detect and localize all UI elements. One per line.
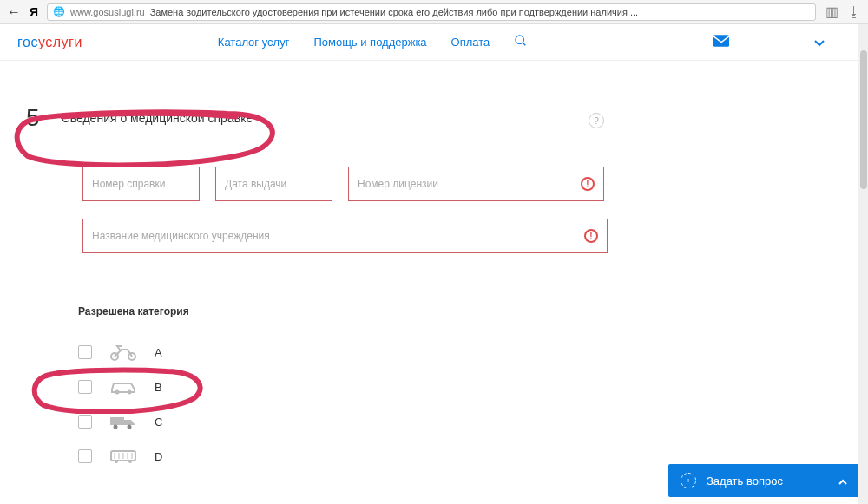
category-row-a: A <box>78 335 851 370</box>
svg-point-8 <box>114 425 118 429</box>
svg-point-0 <box>516 36 523 43</box>
checkbox-c[interactable] <box>78 415 92 429</box>
chevron-up-icon <box>838 475 847 488</box>
svg-rect-7 <box>110 417 124 425</box>
checkbox-d[interactable] <box>78 449 92 463</box>
category-label-b: B <box>155 381 181 394</box>
categories-label: Разрешена категория <box>78 305 851 317</box>
nav-payment[interactable]: Оплата <box>451 36 490 49</box>
svg-line-1 <box>523 43 525 45</box>
categories-list: A B C D <box>78 335 851 474</box>
ask-question-button[interactable]: ⦂ Задать вопрос <box>668 464 859 497</box>
help-icon[interactable]: ? <box>589 113 604 128</box>
vertical-scrollbar[interactable] <box>858 24 868 504</box>
svg-rect-2 <box>713 35 729 47</box>
svg-point-17 <box>128 460 132 463</box>
svg-point-6 <box>128 390 132 395</box>
form-row-2: ! <box>82 201 851 253</box>
download-icon[interactable]: ⭳ <box>847 5 861 19</box>
category-label-d: D <box>155 450 181 463</box>
license-number-input[interactable] <box>358 178 581 190</box>
category-row-b: B <box>78 370 851 404</box>
search-icon[interactable] <box>514 34 528 51</box>
checkbox-a[interactable] <box>78 345 92 359</box>
globe-icon: 🌐 <box>53 6 65 17</box>
cert-number-field[interactable]: ! <box>82 167 200 201</box>
scrollbar-thumb[interactable] <box>860 50 867 189</box>
motorcycle-icon <box>108 344 139 361</box>
yandex-logo[interactable]: Я <box>30 5 38 19</box>
chevron-down-icon[interactable] <box>814 35 825 50</box>
browser-back-icon[interactable]: ← <box>7 4 21 20</box>
step-number: 5 <box>26 104 40 132</box>
truck-icon <box>108 414 139 429</box>
issue-date-input[interactable] <box>225 178 355 190</box>
category-row-c: C <box>78 404 851 439</box>
institution-input[interactable] <box>92 230 584 242</box>
site-header: госуслуги Каталог услуг Помощь и поддерж… <box>0 24 868 61</box>
checkbox-b[interactable] <box>78 380 92 394</box>
car-icon <box>108 379 139 395</box>
svg-point-9 <box>128 425 132 429</box>
institution-field[interactable]: ! <box>82 219 608 253</box>
browser-address-bar: ← Я 🌐 www.gosuslugi.ru Замена водительск… <box>0 0 868 24</box>
nav-catalog[interactable]: Каталог услуг <box>218 36 290 49</box>
svg-point-5 <box>115 390 120 395</box>
error-icon: ! <box>584 229 598 243</box>
mail-icon[interactable] <box>713 35 729 50</box>
form-row-1: ! ! ! <box>82 167 851 201</box>
ask-button-label: Задать вопрос <box>707 475 783 488</box>
issue-date-field[interactable]: ! <box>215 167 332 201</box>
bookmark-icon[interactable]: ▥ <box>825 5 838 19</box>
main-content: 5 Сведения о медицинской справке ? ! ! !… <box>0 61 868 474</box>
url-title: Замена водительского удостоверения при и… <box>150 7 638 17</box>
svg-point-16 <box>115 460 118 463</box>
cert-number-input[interactable] <box>92 178 222 190</box>
url-domain: www.gosuslugi.ru <box>70 7 145 17</box>
url-bar[interactable]: 🌐 www.gosuslugi.ru Замена водительского … <box>47 3 816 21</box>
license-number-field[interactable]: ! <box>348 167 604 201</box>
error-icon: ! <box>581 177 595 191</box>
gosuslugi-logo[interactable]: госуслуги <box>17 35 82 50</box>
bus-icon <box>108 448 139 464</box>
step-header: 5 Сведения о медицинской справке <box>26 104 851 132</box>
category-label-c: C <box>155 416 181 429</box>
category-label-a: A <box>155 346 181 359</box>
step-title: Сведения о медицинской справке <box>62 111 253 125</box>
face-icon: ⦂ <box>681 473 696 488</box>
nav-help[interactable]: Помощь и поддержка <box>313 36 426 49</box>
